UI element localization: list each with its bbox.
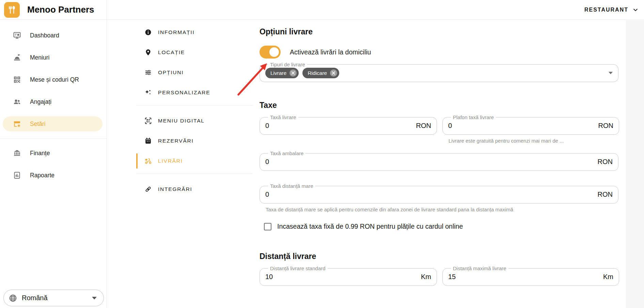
field-suffix: RON	[598, 191, 613, 198]
menus-icon	[13, 53, 21, 62]
chip-ridicare[interactable]: Ridicare	[302, 68, 339, 78]
main-content: Opțiuni livrare Activează livrări la dom…	[260, 20, 618, 286]
field-taxa-ambalare[interactable]: Taxă ambalare 0 RON	[260, 150, 618, 171]
select-dropdown-icon[interactable]	[609, 72, 613, 74]
qr-code-icon	[13, 76, 21, 84]
checkbox-label: Incasează taxa fixă de 0.99 RON pentru p…	[277, 223, 463, 230]
brand-header: Menoo Partners	[0, 0, 107, 20]
field-value[interactable]: 0	[448, 122, 452, 130]
delivery-toggle-row: Activează livrări la domiciliu	[260, 46, 618, 59]
field-taxa-livrare[interactable]: Taxă livrare 0 RON	[260, 114, 437, 135]
tab-label: INTEGRĂRI	[158, 186, 192, 192]
field-value[interactable]: 0	[265, 158, 269, 166]
field-suffix: RON	[598, 122, 613, 130]
taxes-title: Taxe	[260, 101, 618, 110]
tab-label: MENIU DIGITAL	[158, 118, 205, 124]
language-label: Română	[22, 294, 48, 302]
sidebar-item-label: Angajați	[30, 98, 51, 106]
tab-optiuni[interactable]: OPȚIUNI	[136, 65, 253, 80]
tune-icon	[144, 69, 152, 76]
scooter-icon	[144, 157, 152, 165]
helper-text: Taxa de distanță mare se aplică pentru c…	[266, 207, 618, 212]
field-label: Plafon taxă livrare	[451, 114, 496, 120]
chevron-down-icon[interactable]	[632, 7, 639, 13]
info-icon	[144, 29, 152, 36]
sidebar-divider	[0, 139, 107, 139]
tab-label: REZERVĂRI	[158, 138, 194, 144]
qr-scan-icon	[144, 117, 152, 125]
chip-label: Ridicare	[308, 70, 327, 76]
sidebar-item-label: Mese și coduri QR	[30, 76, 79, 83]
bank-icon	[13, 149, 21, 157]
field-label: Distanță maximă livrare	[451, 265, 508, 271]
field-suffix: RON	[416, 122, 431, 130]
sidebar-item-label: Setări	[30, 120, 46, 128]
field-distanta-maxima-livrare[interactable]: Distanță maximă livrare 15 Km	[442, 265, 619, 286]
sidebar-item-finante[interactable]: Finanțe	[3, 146, 103, 161]
sidebar-item-label: Rapoarte	[30, 172, 54, 179]
chip-label: Livrare	[270, 70, 286, 76]
tab-locatie[interactable]: LOCAȚIE	[136, 45, 253, 60]
field-label: Taxă distanță mare	[268, 183, 315, 189]
tab-label: PERSONALIZARE	[158, 90, 210, 96]
sidebar-nav: Dashboard Meniuri Mese și coduri QR Anga…	[0, 20, 107, 183]
sidebar-item-label: Finanțe	[30, 150, 50, 157]
field-value[interactable]: 0	[265, 191, 269, 198]
field-label: Distanță livrare standard	[268, 265, 328, 271]
scrollbar-track[interactable]	[626, 20, 644, 308]
location-pin-icon	[144, 49, 152, 56]
sidebar: Menoo Partners Dashboard Meniuri Mese și…	[0, 0, 107, 308]
tab-meniu-digital[interactable]: MENIU DIGITAL	[136, 113, 253, 128]
chip-livrare[interactable]: Livrare	[265, 68, 299, 78]
tab-label: INFORMAȚII	[158, 29, 195, 35]
dashboard-icon	[13, 31, 21, 39]
field-suffix: Km	[421, 273, 431, 281]
globe-icon	[9, 294, 17, 303]
field-taxa-distanta-mare[interactable]: Taxă distanță mare 0 RON	[260, 183, 618, 204]
field-plafon-taxa-livrare[interactable]: Plafon taxă livrare 0 RON	[442, 114, 619, 135]
tab-informatii[interactable]: INFORMAȚII	[136, 25, 253, 40]
settings-nav-divider	[136, 105, 253, 106]
settings-nav-divider	[136, 174, 253, 174]
tab-livrari[interactable]: LIVRĂRI	[136, 153, 253, 168]
sidebar-item-setari[interactable]: Setări	[3, 116, 103, 131]
chip-remove-icon[interactable]	[330, 69, 337, 77]
chevron-down-icon	[92, 297, 97, 299]
tab-rezervari[interactable]: REZERVĂRI	[136, 133, 253, 148]
tab-personalizare[interactable]: PERSONALIZARE	[136, 85, 253, 100]
calendar-icon	[144, 137, 152, 145]
employees-icon	[13, 98, 21, 106]
field-value[interactable]: 15	[448, 273, 456, 281]
field-value[interactable]: 10	[265, 273, 273, 281]
field-value[interactable]: 0	[265, 122, 269, 130]
sidebar-item-dashboard[interactable]: Dashboard	[3, 28, 103, 43]
field-distanta-livrare-standard[interactable]: Distanță livrare standard 10 Km	[260, 265, 437, 286]
card-fee-checkbox-row[interactable]: Incasează taxa fixă de 0.99 RON pentru p…	[260, 223, 618, 230]
sidebar-item-angajati[interactable]: Angajați	[3, 94, 103, 109]
card-fee-checkbox[interactable]	[264, 223, 271, 230]
topbar: RESTAURANT	[107, 0, 644, 20]
sidebar-item-rapoarte[interactable]: Rapoarte	[3, 168, 103, 183]
tab-label: LOCAȚIE	[158, 49, 185, 55]
field-suffix: Km	[603, 273, 613, 281]
tab-integrari[interactable]: INTEGRĂRI	[136, 182, 253, 197]
sidebar-item-mese-coduri-qr[interactable]: Mese și coduri QR	[3, 72, 103, 87]
account-name: RESTAURANT	[584, 7, 628, 13]
distance-title: Distanță livrare	[260, 252, 618, 261]
field-label: Taxă livrare	[268, 114, 298, 120]
field-label: Tipuri de livrare	[268, 62, 307, 67]
settings-nav: INFORMAȚII LOCAȚIE OPȚIUNI PERSONALIZARE…	[136, 25, 253, 202]
toggle-label: Activează livrări la domiciliu	[290, 48, 371, 56]
sidebar-item-meniuri[interactable]: Meniuri	[3, 50, 103, 65]
delivery-toggle[interactable]	[260, 46, 281, 59]
helper-text: Livrare este gratuită pentru comenzi mai…	[449, 138, 619, 144]
language-selector[interactable]: Română	[3, 290, 104, 306]
link-icon	[144, 185, 152, 193]
toggle-knob	[269, 47, 279, 57]
tab-label: OPȚIUNI	[158, 69, 184, 76]
sparkles-icon	[144, 89, 152, 96]
field-label: Taxă ambalare	[268, 150, 305, 156]
chip-remove-icon[interactable]	[289, 69, 297, 77]
store-gear-icon	[13, 120, 21, 128]
delivery-types-select[interactable]: Tipuri de livrare Livrare Ridicare	[260, 62, 618, 82]
